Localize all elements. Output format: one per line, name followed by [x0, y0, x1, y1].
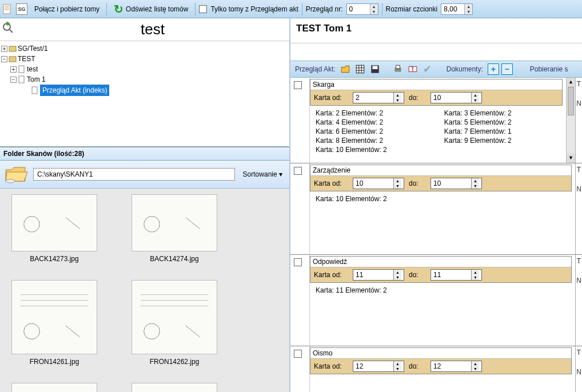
karta-od-input[interactable]: ▲▼	[353, 178, 404, 189]
connect-button[interactable]: Połącz i pobierz tomy	[31, 4, 103, 14]
notes-icon[interactable]	[2, 4, 13, 14]
spin-down[interactable]: ▼	[472, 366, 479, 371]
karta-od-label: Karta od:	[314, 362, 348, 370]
spin-up[interactable]: ▲	[472, 361, 479, 366]
scroll-up-icon[interactable]: ▲	[567, 78, 575, 87]
spin-down[interactable]: ▼	[370, 9, 378, 14]
karta-do-input[interactable]: ▲▼	[430, 92, 482, 103]
karta-do-input[interactable]: ▲▼	[430, 269, 482, 281]
section-checkbox[interactable]	[294, 81, 302, 89]
tree-node[interactable]: + SG/Test/1	[1, 43, 288, 54]
chevron-down-icon: ▾	[279, 170, 282, 178]
collapse-icon[interactable]: −	[501, 63, 513, 75]
spin-down[interactable]: ▼	[472, 275, 479, 280]
search-value: test	[16, 21, 289, 38]
scroll-down-icon[interactable]: ▼	[567, 154, 575, 163]
transfer-icon[interactable]	[408, 64, 418, 74]
thumbnail-label: FRON14261.jpg	[11, 358, 97, 366]
cut-column: TN	[575, 78, 582, 163]
spin-up[interactable]: ▲	[465, 4, 472, 9]
expander-icon[interactable]: +	[10, 66, 17, 73]
karta-item[interactable]: Karta: 10 Elementów: 2	[316, 146, 387, 154]
karta-item[interactable]: Karta: 7 Elementów: 1	[444, 127, 512, 135]
open-icon[interactable]	[340, 64, 350, 74]
karta-item[interactable]: Karta: 2 Elementów: 2	[316, 109, 387, 117]
section-title[interactable]: Skarga	[310, 79, 562, 90]
check-icon[interactable]: ✔	[422, 64, 433, 74]
section-checkbox[interactable]	[294, 350, 302, 358]
spin-down[interactable]: ▼	[394, 98, 401, 103]
svg-text:$: $	[6, 22, 10, 27]
spin-up[interactable]: ▲	[472, 270, 479, 275]
spin-down[interactable]: ▼	[394, 275, 401, 280]
spin-down[interactable]: ▼	[472, 98, 479, 103]
thumbnail[interactable]	[131, 383, 217, 392]
sort-button[interactable]: Sortowanie ▾	[240, 169, 286, 179]
spin-up[interactable]: ▲	[472, 93, 479, 98]
expander-icon[interactable]: −	[10, 77, 17, 83]
przeglad-nr-spinner[interactable]: ▲▼	[346, 3, 378, 15]
karta-do-input[interactable]: ▲▼	[430, 361, 482, 372]
karta-od-input[interactable]: ▲▼	[353, 269, 404, 281]
section-title[interactable]: Oismo	[310, 348, 571, 359]
tree-node[interactable]: − TEST	[1, 54, 288, 64]
sg-icon[interactable]: SG	[16, 3, 27, 15]
spin-up[interactable]: ▲	[394, 361, 401, 366]
tree-view[interactable]: + SG/Test/1 − TEST + test − Tom 1 P	[0, 41, 289, 147]
scrollbar[interactable]: ▲▼	[566, 78, 575, 163]
karta-item[interactable]: Karta: 3 Elementów: 2	[444, 109, 512, 117]
przeglad-nr-input[interactable]	[347, 5, 370, 13]
font-spinner[interactable]: ▲▼	[441, 3, 473, 15]
tree-node-selected[interactable]: Przegląd Akt (indeks)	[1, 85, 288, 96]
sections-list: SkargaKarta od:▲▼do:▲▼Karta: 2 Elementów…	[290, 78, 582, 392]
print-icon[interactable]	[393, 64, 403, 74]
refresh-button[interactable]: ↻ Odśwież listę tomów	[110, 1, 192, 17]
spin-down[interactable]: ▼	[465, 9, 472, 14]
search-icon[interactable]: $	[0, 22, 16, 37]
section-checkbox[interactable]	[294, 258, 302, 266]
thumbnail[interactable]: BACK14274.jpg	[131, 194, 217, 263]
tree-node[interactable]: + test	[1, 64, 288, 74]
font-input[interactable]	[441, 5, 464, 13]
expander-icon[interactable]: +	[1, 46, 7, 52]
only-tomy-checkbox[interactable]	[199, 5, 207, 13]
section-checkbox[interactable]	[294, 167, 302, 175]
karta-item[interactable]: Karta: 11 Elementów: 2	[316, 286, 387, 294]
karta-item[interactable]: Karta: 6 Elementów: 2	[316, 127, 387, 135]
svg-point-19	[24, 323, 40, 339]
spin-up[interactable]: ▲	[394, 93, 401, 98]
karta-do-input[interactable]: ▲▼	[430, 178, 482, 189]
spin-up[interactable]: ▲	[394, 270, 401, 275]
folder-open-icon[interactable]	[3, 164, 29, 185]
thumbnails-panel[interactable]: BACK14273.jpg BACK14274.jpg FRON14261.jp…	[0, 189, 289, 392]
karta-item[interactable]: Karta: 9 Elementów: 2	[444, 137, 512, 145]
karta-item[interactable]: Karta: 8 Elementów: 2	[316, 137, 387, 145]
folder-path-input[interactable]	[33, 168, 235, 181]
doc-icon	[18, 65, 26, 73]
thumbnail[interactable]: FRON14262.jpg	[131, 280, 217, 366]
grid-icon[interactable]	[355, 64, 365, 74]
spin-down[interactable]: ▼	[472, 183, 479, 189]
karta-od-input[interactable]: ▲▼	[353, 92, 404, 103]
expander-icon[interactable]: −	[1, 56, 7, 62]
expand-icon[interactable]: +	[488, 63, 499, 75]
svg-rect-10	[19, 76, 24, 83]
spin-up[interactable]: ▲	[370, 4, 378, 9]
karta-item[interactable]: Karta: 4 Elementów: 2	[316, 118, 387, 126]
folder-icon	[9, 45, 17, 53]
thumbnail[interactable]: FRON14261.jpg	[11, 280, 97, 366]
spin-down[interactable]: ▼	[394, 366, 401, 371]
spin-up[interactable]: ▲	[472, 178, 479, 183]
section-title[interactable]: Zarządzenie	[310, 165, 571, 176]
karta-item[interactable]: Karta: 10 Elementów: 2	[316, 195, 387, 203]
spin-down[interactable]: ▼	[394, 183, 401, 189]
save-icon[interactable]	[370, 64, 380, 74]
thumbnail[interactable]: BACK14273.jpg	[11, 194, 97, 263]
tree-node[interactable]: − Tom 1	[1, 74, 288, 85]
karta-od-input[interactable]: ▲▼	[353, 361, 404, 372]
search-row: $ test	[0, 18, 289, 41]
section-title[interactable]: Odpowiedź	[310, 257, 571, 267]
karta-item[interactable]: Karta: 5 Elementów: 2	[444, 118, 512, 126]
thumbnail[interactable]	[11, 383, 97, 392]
spin-up[interactable]: ▲	[394, 178, 401, 183]
